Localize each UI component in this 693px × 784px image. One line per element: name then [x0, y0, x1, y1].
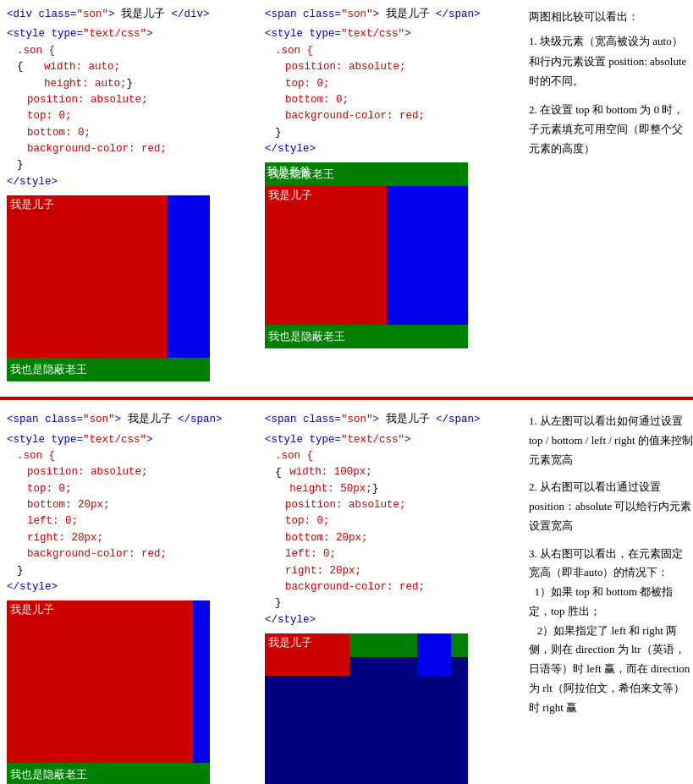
s1r-style-gt: > [404, 28, 411, 40]
s1l-style-close: </style> [7, 176, 58, 188]
section1-left-panel: <div class="son"> 我是儿子 </div> <style typ… [0, 0, 258, 390]
section-bottom: <span class="son"> 我是儿子 </span> <style t… [0, 407, 693, 784]
s2r-style-attr: type= [310, 434, 342, 446]
s1r-style-val: "text/css" [341, 28, 404, 40]
section1-comment: 两图相比较可以看出： 1. 块级元素（宽高被设为 auto）和行内元素设置 po… [516, 0, 693, 390]
s2r-style-close: </style> [265, 614, 316, 626]
demo1-right-col [168, 195, 210, 381]
s1l-prop5: bottom: 0; [27, 127, 91, 139]
s2r-close-brace: } [275, 597, 282, 609]
demo2-bottom-bar: 我也是隐蔽老王 [265, 325, 468, 348]
s2r-prop5: right: 20px; [285, 565, 361, 577]
s2r-text: 我是儿子 [379, 414, 436, 425]
s2l-prop1: position: absolute; [27, 466, 148, 478]
s2l-prop4: left: 0; [27, 515, 78, 527]
demo4-blue-right [417, 633, 451, 676]
section2-left-panel: <span class="son"> 我是儿子 </span> <style t… [0, 407, 258, 784]
s2l-val: "son" [83, 414, 115, 425]
s1r-prop3: bottom: 0; [285, 94, 349, 106]
s2r-close: </span> [436, 414, 481, 425]
s2l-prop5: right: 20px; [27, 532, 103, 544]
demo2-child-text: 我是儿子 [268, 188, 312, 203]
demo2-dad-text: 我是老爸 [267, 164, 311, 179]
s1l-style-val: "text/css" [83, 28, 146, 40]
s1r-text: 我是儿子 [379, 8, 436, 20]
demo3-child: 我是儿子 [7, 600, 193, 770]
s2r-brace-close: } [372, 483, 379, 495]
section2-demo4: 我是隐老王 我是儿子 我也是隐蔽老王 [265, 633, 509, 784]
s2r-brace-open: { [275, 464, 282, 481]
comment2-p2: 2. 从右图可以看出通过设置position：absolute 可以给行内元素设… [529, 478, 693, 535]
s1l-brace-close: } [127, 78, 134, 90]
demo4-child-text: 我是儿子 [268, 635, 312, 650]
s2l-style-open: <style [7, 434, 52, 446]
s2l-open: <span [7, 414, 45, 425]
demo1-child-div: 我是儿子 [7, 195, 168, 381]
s1l-style-attr: type= [52, 28, 84, 40]
demo2-red-span: 我是儿子 [265, 186, 387, 325]
s1r-prop4: background-color: red; [285, 110, 425, 122]
demo1-outer-box: 我是隐蔽老王 我是儿子 我也是隐蔽老王 [7, 195, 210, 381]
comment2-text: 1. 从左图可以看出如何通过设置 top / bottom / left / r… [529, 412, 693, 717]
s1r-attr: class= [303, 8, 341, 20]
s1l-style-open: <style [7, 28, 52, 40]
s2r-gt: > [373, 414, 380, 425]
comment1-title: 两图相比较可以看出： [529, 7, 693, 26]
s2l-text: 我是儿子 [121, 414, 178, 425]
s1r-prop2: top: 0; [285, 78, 330, 90]
s2r-prop-h: height: 50px; [283, 483, 372, 495]
s2r-prop4: left: 0; [285, 548, 336, 560]
s2l-style-attr: type= [52, 434, 84, 446]
comment2-p1: 1. 从左图可以看出如何通过设置 top / bottom / left / r… [529, 412, 693, 469]
s1l-prop3: position: absolute; [27, 94, 148, 106]
comment2-p3: 3. 从右图可以看出，在元素固定宽高（即非auto）的情况下： 1）如果 top… [529, 545, 693, 718]
s2l-style-gt: > [146, 434, 153, 446]
s2l-prop6: background-color: red; [27, 548, 167, 560]
s2l-style-val: "text/css" [83, 434, 146, 446]
s2l-close: </span> [178, 414, 223, 425]
section2-right-code: <span class="son"> 我是儿子 </span> <style t… [265, 412, 509, 628]
code-html-close: </div> [172, 8, 210, 20]
s1l-style-gt: > [146, 28, 153, 40]
section2-left-code: <span class="son"> 我是儿子 </span> <style t… [7, 412, 251, 595]
s2l-attr: class= [45, 414, 83, 425]
section2-right-panel: <span class="son"> 我是儿子 </span> <style t… [258, 407, 516, 784]
page-container: <div class="son"> 我是儿子 </div> <style typ… [0, 0, 693, 784]
s2r-prop6: background-color: red; [285, 581, 425, 593]
s2r-val: "son" [341, 414, 373, 425]
s2l-close-brace: } [17, 565, 24, 577]
demo2-inline-content: 我是儿子 [265, 186, 468, 325]
s1l-close-brace: } [17, 159, 24, 171]
s1r-close: </span> [436, 8, 481, 20]
s1r-css-sel: .son { [275, 45, 313, 57]
s2r-prop3: bottom: 20px; [285, 532, 368, 544]
section1-demo1: 我是隐蔽老王 我是儿子 我也是隐蔽老王 [7, 195, 251, 381]
s1r-style-open: <style [265, 28, 310, 40]
demo4-child: 我是儿子 [265, 633, 349, 676]
code-html-attr: class= [39, 8, 77, 20]
s1r-style-attr: type= [310, 28, 342, 40]
demo1-child-text: 我是儿子 [10, 197, 54, 212]
code-html-text: 我是儿子 [115, 8, 172, 20]
s1l-css-sel: .son { [17, 45, 55, 57]
s2r-prop-w: width: 100px; [283, 466, 372, 478]
code-html-tag: <div [7, 8, 39, 20]
s2r-style-gt: > [404, 434, 411, 446]
s2r-style-val: "text/css" [341, 434, 404, 446]
section2-comment: 1. 从左图可以看出如何通过设置 top / bottom / left / r… [516, 407, 693, 784]
comment1-p2: 2. 在设置 top 和 bottom 为 0 时，子元素填充可用空间（即整个父… [529, 100, 693, 159]
s1r-close-brace: } [275, 127, 282, 139]
code-html-val: "son" [77, 8, 109, 20]
section-divider [0, 397, 693, 400]
demo3-outer-box: 我是隐型老王 我是儿子 我也是隐蔽老王 [7, 600, 210, 784]
demo2-bottom-text: 我也是隐蔽老王 [268, 329, 345, 344]
s1r-gt: > [373, 8, 380, 20]
s2l-gt: > [115, 414, 122, 425]
section1-left-code: <div class="son"> 我是儿子 </div> <style typ… [7, 7, 251, 190]
s2r-attr: class= [303, 414, 341, 425]
demo3-bottom-text: 我也是隐蔽老王 [10, 767, 87, 782]
code-html-tag2: > [108, 8, 115, 20]
demo3-child-text: 我是儿子 [10, 602, 54, 617]
demo1-bottom-bar: 我也是隐蔽老王 [7, 358, 210, 381]
s2r-style-open: <style [265, 434, 310, 446]
